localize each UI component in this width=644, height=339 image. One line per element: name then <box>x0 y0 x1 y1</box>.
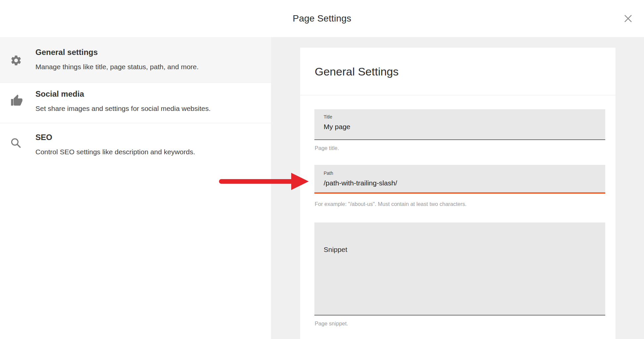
page-title: Page Settings <box>293 13 351 24</box>
path-field[interactable]: Path <box>314 165 605 194</box>
section-divider <box>300 95 616 95</box>
sidebar-item-description: Control SEO settings like description an… <box>35 148 261 156</box>
path-input[interactable] <box>324 178 595 188</box>
sidebar-item-description: Manage things like title, page status, p… <box>35 63 261 71</box>
sidebar-item-title: General settings <box>35 48 261 57</box>
title-field-helper: Page title. <box>315 144 339 152</box>
thumbs-up-icon <box>10 94 23 109</box>
sidebar-item-social-media[interactable]: Social media Set share images and settin… <box>0 83 271 123</box>
snippet-field-helper: Page snippet. <box>315 320 348 327</box>
path-field-label: Path <box>324 170 333 176</box>
snippet-field[interactable]: Snippet <box>314 222 605 315</box>
sidebar-item-title: SEO <box>35 133 261 142</box>
sidebar-item-description: Set share images and settings for social… <box>35 105 261 113</box>
title-field[interactable]: Title <box>314 109 605 140</box>
search-icon <box>10 137 22 150</box>
close-button[interactable] <box>619 9 637 28</box>
path-field-helper: For example: "/about-us". Must contain a… <box>315 200 466 208</box>
main-panel: General Settings Title Page title. Path … <box>271 37 644 339</box>
title-field-label: Title <box>324 114 332 120</box>
gear-icon <box>10 54 22 68</box>
settings-sidebar: General settings Manage things like titl… <box>0 37 271 339</box>
sidebar-item-general-settings[interactable]: General settings Manage things like titl… <box>0 37 271 83</box>
page-settings-modal: Page Settings General settings Manage th… <box>0 0 644 339</box>
title-input[interactable] <box>324 122 595 132</box>
close-icon <box>623 14 633 23</box>
modal-header: Page Settings <box>0 0 644 37</box>
settings-card: General Settings Title Page title. Path … <box>300 48 616 339</box>
sidebar-item-title: Social media <box>35 90 261 98</box>
snippet-field-label: Snippet <box>324 246 347 254</box>
section-heading: General Settings <box>315 65 399 78</box>
sidebar-item-seo[interactable]: SEO Control SEO settings like descriptio… <box>0 123 271 164</box>
